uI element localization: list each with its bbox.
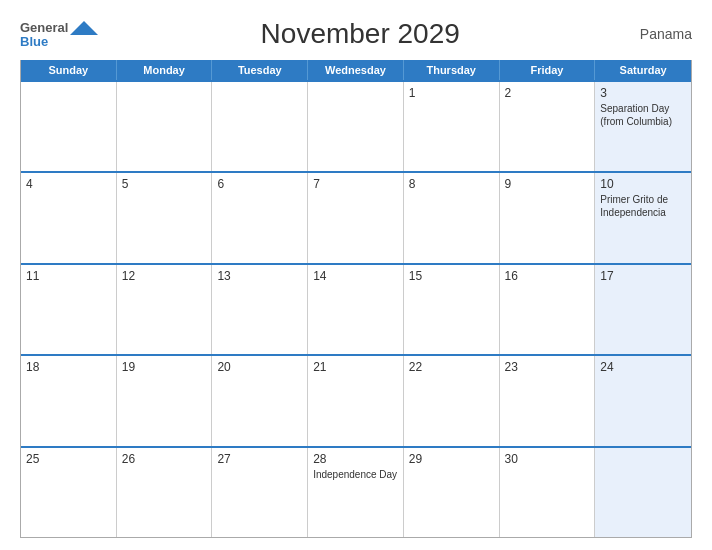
week-row-5: 25 26 27 28 Independence Day 29 30 [21, 446, 691, 537]
cell-nov1: 1 [404, 82, 500, 171]
logo-general-text: General [20, 21, 68, 34]
cell-nov15: 15 [404, 265, 500, 354]
cell-nov20: 20 [212, 356, 308, 445]
cell-nov14: 14 [308, 265, 404, 354]
cell-nov2: 2 [500, 82, 596, 171]
cell-nov3: 3 Separation Day(from Columbia) [595, 82, 691, 171]
header-friday: Friday [500, 60, 596, 80]
country-label: Panama [622, 26, 692, 42]
cell-nov17: 17 [595, 265, 691, 354]
cell-empty [308, 82, 404, 171]
cell-empty [212, 82, 308, 171]
logo-blue-text: Blue [20, 35, 48, 48]
logo-icon [70, 21, 98, 35]
cell-nov29: 29 [404, 448, 500, 537]
header-saturday: Saturday [595, 60, 691, 80]
cell-nov25: 25 [21, 448, 117, 537]
cell-nov13: 13 [212, 265, 308, 354]
cell-nov18: 18 [21, 356, 117, 445]
header-thursday: Thursday [404, 60, 500, 80]
cell-nov16: 16 [500, 265, 596, 354]
event-separation-day: Separation Day(from Columbia) [600, 103, 672, 127]
cell-nov9: 9 [500, 173, 596, 262]
calendar-body: 1 2 3 Separation Day(from Columbia) 4 5 … [21, 80, 691, 537]
week-row-1: 1 2 3 Separation Day(from Columbia) [21, 80, 691, 171]
cell-empty [21, 82, 117, 171]
calendar-title: November 2029 [98, 18, 622, 50]
cell-nov4: 4 [21, 173, 117, 262]
cell-nov8: 8 [404, 173, 500, 262]
cell-nov26: 26 [117, 448, 213, 537]
calendar-page: General Blue November 2029 Panama Sunday… [0, 0, 712, 550]
cell-nov24: 24 [595, 356, 691, 445]
header: General Blue November 2029 Panama [20, 18, 692, 50]
header-sunday: Sunday [21, 60, 117, 80]
header-tuesday: Tuesday [212, 60, 308, 80]
cell-empty-end [595, 448, 691, 537]
svg-marker-0 [70, 21, 98, 35]
week-row-2: 4 5 6 7 8 9 10 Primer Grito deIndependen… [21, 171, 691, 262]
cell-nov19: 19 [117, 356, 213, 445]
cell-nov5: 5 [117, 173, 213, 262]
cell-nov7: 7 [308, 173, 404, 262]
cell-nov27: 27 [212, 448, 308, 537]
cell-nov28: 28 Independence Day [308, 448, 404, 537]
cell-empty [117, 82, 213, 171]
week-row-4: 18 19 20 21 22 23 24 [21, 354, 691, 445]
week-row-3: 11 12 13 14 15 16 17 [21, 263, 691, 354]
calendar-header: Sunday Monday Tuesday Wednesday Thursday… [21, 60, 691, 80]
cell-nov11: 11 [21, 265, 117, 354]
cell-nov10: 10 Primer Grito deIndependencia [595, 173, 691, 262]
cell-nov30: 30 [500, 448, 596, 537]
logo: General Blue [20, 20, 98, 48]
header-wednesday: Wednesday [308, 60, 404, 80]
calendar-grid: Sunday Monday Tuesday Wednesday Thursday… [20, 60, 692, 538]
event-independence-day: Independence Day [313, 469, 397, 480]
cell-nov6: 6 [212, 173, 308, 262]
cell-nov12: 12 [117, 265, 213, 354]
header-monday: Monday [117, 60, 213, 80]
cell-nov23: 23 [500, 356, 596, 445]
cell-nov21: 21 [308, 356, 404, 445]
event-primer-grito: Primer Grito deIndependencia [600, 194, 668, 218]
cell-nov22: 22 [404, 356, 500, 445]
